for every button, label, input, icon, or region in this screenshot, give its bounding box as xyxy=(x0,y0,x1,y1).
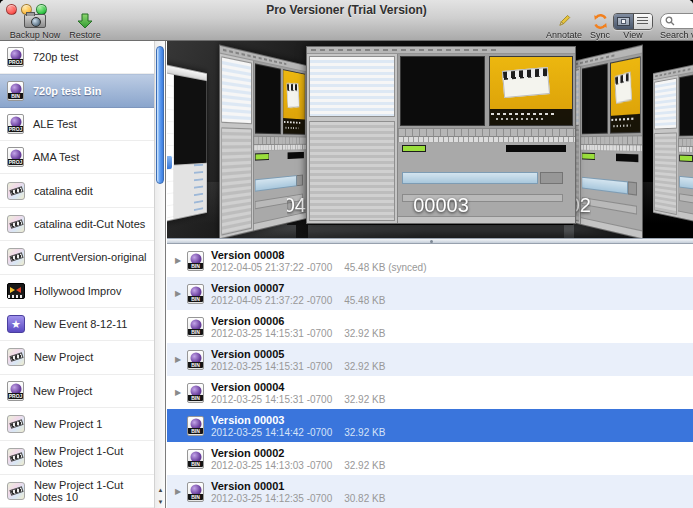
sidebar-item-catalina-edit[interactable]: catalina edit xyxy=(0,174,154,207)
scroll-down-arrow[interactable]: ▼ xyxy=(155,496,166,507)
version-list: ▶ BIN Version 00008 2012-04-05 21:37:22 … xyxy=(167,244,693,508)
sidebar: PROJ 720p test BIN 720p test Bin PROJ AL… xyxy=(0,41,166,508)
mock-status-strip xyxy=(678,211,693,230)
mock-bin-panel xyxy=(220,54,254,238)
sidebar-scrollbar: ▲ ▼ xyxy=(154,41,165,508)
version-size: 32.92 KB xyxy=(344,427,385,439)
version-row-00001[interactable]: ▶ BIN Version 00001 2012-03-25 14:12:35 … xyxy=(167,475,693,508)
mock-monitors xyxy=(678,64,693,138)
restore-label: Restore xyxy=(69,30,101,40)
sync-button[interactable]: Sync xyxy=(586,12,614,40)
camera-icon xyxy=(24,14,46,28)
mock-timeline-bar xyxy=(288,152,304,159)
annotate-button[interactable]: Annotate xyxy=(542,12,586,40)
search-control: Search versions xyxy=(660,12,693,40)
sidebar-item-currentversion-original[interactable]: CurrentVersion-original xyxy=(0,241,154,274)
version-name: Version 00002 xyxy=(211,446,385,460)
coverflow-center-label: 00003 xyxy=(306,194,576,217)
sidebar-item-label: catalina edit xyxy=(34,185,93,197)
mock-editor-screenshot xyxy=(653,55,693,232)
avid-bin-icon: BIN xyxy=(187,317,204,337)
version-row-00008[interactable]: ▶ BIN Version 00008 2012-04-05 21:37:22 … xyxy=(167,244,693,277)
avid-project-icon: PROJ xyxy=(7,114,24,134)
sidebar-item-catalina-edit-cut-notes[interactable]: catalina edit-Cut Notes xyxy=(0,208,154,241)
mock-track-tail xyxy=(540,172,563,184)
sidebar-item-new-project-1-cut-notes[interactable]: New Project 1-Cut Notes xyxy=(0,441,154,474)
sidebar-item-new-event[interactable]: ★ New Event 8-12-11 xyxy=(0,308,154,341)
coverflow-icon xyxy=(617,17,630,26)
disclosure-triangle-icon[interactable]: ▶ xyxy=(175,256,184,265)
coverflow-peek-label-left: 00004 xyxy=(287,194,306,220)
sidebar-item-720p-test-bin[interactable]: BIN 720p test Bin xyxy=(0,74,154,107)
sidebar-item-label: ALE Test xyxy=(33,118,77,130)
pane-splitter[interactable] xyxy=(167,238,693,244)
version-row-00005[interactable]: ▶ BIN Version 00005 2012-03-25 14:15:31 … xyxy=(167,343,693,376)
mock-clapperboard xyxy=(286,83,299,108)
scroll-up-arrow[interactable]: ▲ xyxy=(155,484,166,495)
restore-button[interactable]: Restore xyxy=(64,12,106,40)
version-size: 30.82 KB xyxy=(344,493,385,505)
sidebar-item-label: 720p test Bin xyxy=(33,85,101,97)
version-size: 32.92 KB xyxy=(344,361,385,373)
sidebar-item-hollywood-improv[interactable]: Hollywood Improv xyxy=(0,275,154,308)
sidebar-item-label: New Project xyxy=(33,385,92,397)
disclosure-triangle-icon[interactable]: ▶ xyxy=(175,388,184,397)
disclosure-triangle-icon[interactable]: ▶ xyxy=(175,289,184,298)
version-row-00003[interactable]: ▶ BIN Version 00003 2012-03-25 14:14:42 … xyxy=(167,409,693,442)
mock-status-strip xyxy=(398,216,575,223)
pencil-icon xyxy=(556,12,572,30)
avid-bin-icon: BIN xyxy=(187,251,204,271)
mock-monitors xyxy=(581,54,642,136)
version-date: 2012-03-25 14:15:31 -0700 xyxy=(211,394,332,406)
fcp-project-icon xyxy=(7,215,25,233)
mock-audio-track xyxy=(679,193,693,210)
fcp-project-icon xyxy=(7,448,25,466)
mock-video-track xyxy=(679,176,693,193)
sidebar-item-ale-test[interactable]: PROJ ALE Test xyxy=(0,108,154,141)
sidebar-item-label: CurrentVersion-original xyxy=(34,251,147,263)
coverflow-area: 00004 00002 xyxy=(167,41,693,238)
coverflow-item-far-right[interactable] xyxy=(653,55,693,232)
mock-track-tail xyxy=(628,182,637,196)
version-name: Version 00004 xyxy=(211,380,385,394)
avid-bin-icon: BIN xyxy=(187,449,204,469)
version-size: 32.92 KB xyxy=(344,394,385,406)
mock-timecode-chip xyxy=(582,152,595,159)
fcp-project-icon xyxy=(7,182,25,200)
version-name: Version 00003 xyxy=(211,413,385,427)
restore-arrow-icon xyxy=(76,12,94,30)
mock-record-monitor xyxy=(283,69,305,134)
view-list-segment[interactable] xyxy=(634,14,653,29)
sidebar-item-new-project[interactable]: New Project xyxy=(0,341,154,374)
mock-right-pane xyxy=(174,75,207,219)
mock-source-monitor xyxy=(400,56,484,126)
version-name: Version 00001 xyxy=(211,479,385,493)
version-row-00002[interactable]: ▶ BIN Version 00002 2012-03-25 14:13:03 … xyxy=(167,442,693,475)
disclosure-triangle-icon[interactable]: ▶ xyxy=(175,355,184,364)
fcp-project-icon xyxy=(7,348,25,366)
sidebar-item-720p-test[interactable]: PROJ 720p test xyxy=(0,41,154,74)
sidebar-item-ama-test[interactable]: PROJ AMA Test xyxy=(0,141,154,174)
sidebar-item-label: New Project 1-Cut Notes xyxy=(34,445,154,469)
mock-selected-row xyxy=(167,156,172,172)
search-icon xyxy=(665,16,675,26)
mock-timeline-bar xyxy=(506,145,566,152)
mock-video-track xyxy=(255,176,296,193)
search-input[interactable] xyxy=(677,16,693,27)
scrollbar-thumb[interactable] xyxy=(156,46,164,184)
sidebar-item-label: New Project xyxy=(34,351,93,363)
view-coverflow-segment[interactable] xyxy=(614,14,634,29)
backup-now-button[interactable]: Backup Now xyxy=(6,12,64,40)
search-field[interactable] xyxy=(660,13,693,29)
sidebar-item-label: New Project 1 xyxy=(34,418,102,430)
version-row-00006[interactable]: ▶ BIN Version 00006 2012-03-25 14:15:31 … xyxy=(167,310,693,343)
version-row-00004[interactable]: ▶ BIN Version 00004 2012-03-25 14:15:31 … xyxy=(167,376,693,409)
disclosure-triangle-icon[interactable]: ▶ xyxy=(175,487,184,496)
sidebar-item-new-project-1-cut-notes-10[interactable]: New Project 1-Cut Notes 10 xyxy=(0,475,154,508)
sidebar-item-new-project-avid[interactable]: PROJ New Project xyxy=(0,375,154,408)
mock-window-body xyxy=(653,64,693,230)
coverflow-item-far-left[interactable] xyxy=(167,55,207,232)
sidebar-item-new-project-1[interactable]: New Project 1 xyxy=(0,408,154,441)
mock-toolbar-strip xyxy=(254,135,306,144)
version-row-00007[interactable]: ▶ BIN Version 00007 2012-04-05 21:37:22 … xyxy=(167,277,693,310)
